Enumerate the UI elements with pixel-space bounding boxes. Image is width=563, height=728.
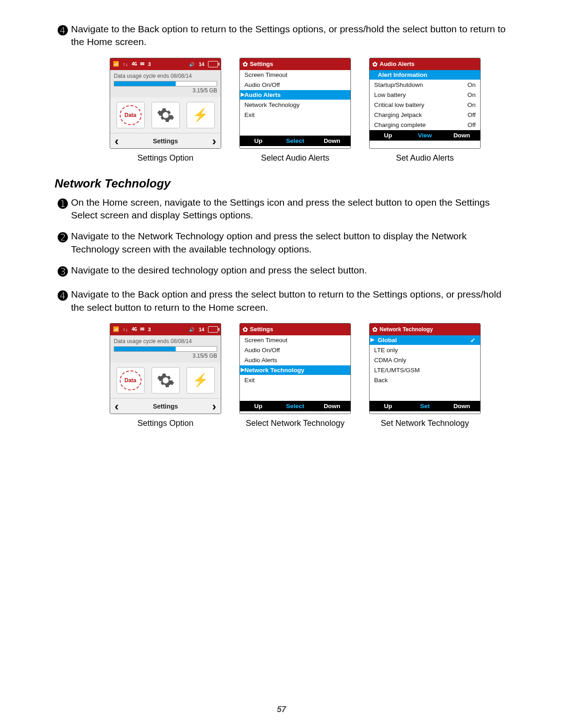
- softkey-bar: Up Select Down: [240, 136, 350, 146]
- softkey-up[interactable]: Up: [370, 130, 406, 141]
- title-text: Settings: [250, 61, 273, 67]
- item-audio-alerts[interactable]: Audio Alerts: [240, 355, 350, 365]
- figure-caption: Set Network Technology: [381, 419, 469, 428]
- step-number: ➌: [55, 264, 71, 280]
- softkey-up[interactable]: Up: [240, 401, 277, 411]
- icon-carousel: Data ⚡: [110, 363, 221, 398]
- head-label: Alert Information: [378, 71, 427, 78]
- step-2: ➋ Navigate to the Network Technology opt…: [55, 230, 508, 256]
- row-global[interactable]: Global ✓: [370, 335, 480, 345]
- item-network-technology[interactable]: Network Technology: [240, 100, 350, 110]
- softkey-up[interactable]: Up: [240, 136, 277, 146]
- item-network-technology[interactable]: Network Technology: [240, 365, 350, 375]
- figure-row-2: 4G 3 14 Data usage cycle ends 08/08/14 3…: [82, 323, 508, 428]
- row-startup[interactable]: Startup/Shutdown On: [370, 80, 480, 90]
- item-screen-timeout[interactable]: Screen Timeout: [240, 335, 350, 345]
- row-cdma-only[interactable]: CDMA Only: [370, 355, 480, 365]
- gear-icon: [372, 61, 380, 68]
- wifi-broadcast-icon: [189, 61, 195, 67]
- row-alert-info[interactable]: Alert Information: [370, 70, 480, 80]
- figure-caption: Set Audio Alerts: [396, 153, 454, 163]
- item-audio-alerts[interactable]: Audio Alerts: [240, 90, 350, 100]
- title-text: Audio Alerts: [380, 61, 415, 67]
- usage-bar: [114, 81, 217, 86]
- device-audio-alerts: Audio Alerts Alert Information Startup/S…: [369, 58, 481, 149]
- title-text: Network Technology: [380, 326, 433, 333]
- device-nettech: Network Technology Global ✓ LTE only CDM…: [369, 323, 481, 414]
- item-exit[interactable]: Exit: [240, 110, 350, 120]
- row-lte-only[interactable]: LTE only: [370, 345, 480, 355]
- item-audio-onoff[interactable]: Audio On/Off: [240, 345, 350, 355]
- softkey-down[interactable]: Down: [314, 401, 350, 411]
- power-icon[interactable]: ⚡: [187, 102, 215, 128]
- device-home-1: 4G 3 14 Data usage cycle ends 08/08/14 3…: [110, 58, 221, 149]
- row-charging-jetpack[interactable]: Charging Jetpack Off: [370, 110, 480, 120]
- softkey-bar: Up View Down: [370, 130, 480, 141]
- row-low-battery[interactable]: Low battery On: [370, 90, 480, 100]
- data-icon[interactable]: Data: [117, 102, 145, 128]
- wifi-count: 14: [199, 61, 204, 67]
- row-charging-complete[interactable]: Charging complete Off: [370, 120, 480, 130]
- data-icon[interactable]: Data: [117, 367, 145, 394]
- step-number: ➍: [55, 23, 71, 49]
- lte-indicator: 4G: [132, 61, 137, 67]
- nav-left-icon[interactable]: ‹: [115, 134, 119, 148]
- step-4: ➍ Navigate to the Back option and press …: [55, 288, 508, 314]
- gear-icon: [372, 326, 380, 333]
- title-bar: Audio Alerts: [370, 58, 480, 70]
- page-number: 57: [0, 705, 563, 714]
- softkey-view[interactable]: View: [406, 130, 443, 141]
- softkey-down[interactable]: Down: [314, 136, 350, 146]
- row-value: On: [467, 91, 476, 98]
- softkey-up[interactable]: Up: [370, 401, 406, 411]
- item-audio-onoff[interactable]: Audio On/Off: [240, 80, 350, 90]
- step-4-top: ➍ Navigate to the Back option to return …: [55, 23, 508, 49]
- lte-indicator: 4G: [132, 326, 137, 332]
- softkey-down[interactable]: Down: [443, 130, 480, 141]
- nav-right-icon[interactable]: ›: [212, 399, 216, 414]
- section-title: Network Technology: [55, 177, 508, 191]
- figure-set-network-tech: Network Technology Global ✓ LTE only CDM…: [369, 323, 481, 428]
- figure-set-audio-alerts: Audio Alerts Alert Information Startup/S…: [369, 58, 481, 163]
- settings-icon[interactable]: [152, 367, 180, 394]
- figure-settings-option-1: 4G 3 14 Data usage cycle ends 08/08/14 3…: [110, 58, 221, 163]
- settings-icon[interactable]: [152, 102, 180, 128]
- power-icon[interactable]: ⚡: [187, 367, 215, 394]
- message-count: 3: [148, 61, 151, 67]
- device-settings-1: Settings Screen Timeout Audio On/Off Aud…: [239, 58, 351, 149]
- row-lte-umts-gsm[interactable]: LTE/UMTS/GSM: [370, 365, 480, 375]
- signal-icon: [113, 326, 119, 332]
- figure-caption: Select Audio Alerts: [261, 153, 329, 163]
- figure-select-audio-alerts: Settings Screen Timeout Audio On/Off Aud…: [239, 58, 351, 163]
- usage-amount: 3.15/5 GB: [114, 353, 217, 359]
- softkey-down[interactable]: Down: [443, 401, 480, 411]
- nav-label: Settings: [153, 137, 178, 145]
- step-text: Navigate to the Network Technology optio…: [71, 230, 508, 256]
- softkey-set[interactable]: Set: [406, 401, 443, 411]
- audio-alerts-list: Alert Information Startup/Shutdown On Lo…: [370, 70, 480, 130]
- softkey-select[interactable]: Select: [277, 401, 314, 411]
- settings-list: Screen Timeout Audio On/Off Audio Alerts…: [240, 70, 350, 136]
- row-label: Startup/Shutdown: [374, 81, 423, 88]
- step-number: ➊: [55, 196, 71, 222]
- item-screen-timeout[interactable]: Screen Timeout: [240, 70, 350, 80]
- step-3: ➌ Navigate to the desired technology opt…: [55, 264, 508, 280]
- figure-caption: Settings Option: [137, 419, 193, 428]
- figure-settings-option-2: 4G 3 14 Data usage cycle ends 08/08/14 3…: [110, 323, 221, 428]
- softkey-select[interactable]: Select: [277, 136, 314, 146]
- title-bar: Network Technology: [370, 324, 480, 335]
- softkey-bar: Up Select Down: [240, 401, 350, 411]
- row-back[interactable]: Back: [370, 375, 480, 385]
- step-text: Navigate to the Back option and press th…: [71, 288, 508, 314]
- item-exit[interactable]: Exit: [240, 375, 350, 385]
- wifi-count: 14: [199, 327, 204, 332]
- row-value: Off: [467, 121, 476, 128]
- nav-left-icon[interactable]: ‹: [115, 399, 119, 414]
- title-bar: Settings: [240, 58, 350, 70]
- message-count: 3: [148, 327, 151, 332]
- row-critical-low-battery[interactable]: Critical low battery On: [370, 100, 480, 110]
- usage-cycle-label: Data usage cycle ends 08/08/14: [114, 338, 217, 344]
- nav-right-icon[interactable]: ›: [212, 134, 216, 148]
- signal-icon: [113, 61, 119, 67]
- row-label: Charging Jetpack: [374, 111, 422, 118]
